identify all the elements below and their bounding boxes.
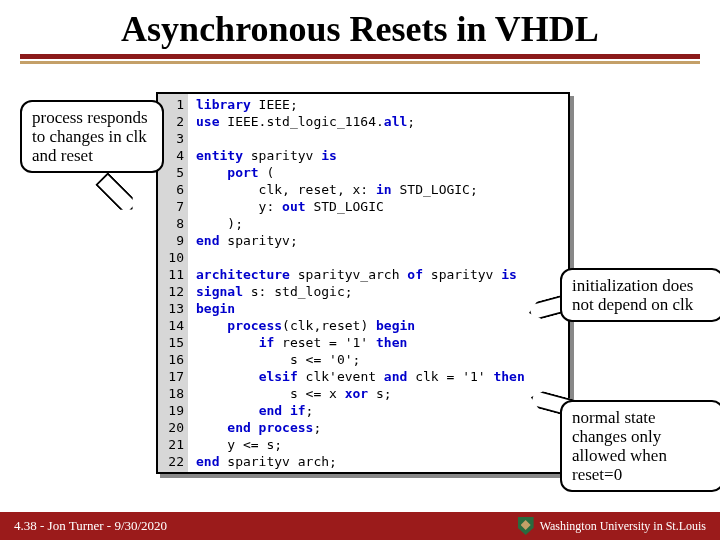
footer-right: Washington University in St.Louis: [518, 517, 706, 535]
divider-light: [20, 61, 700, 64]
footer-left: 4.38 - Jon Turner - 9/30/2020: [14, 518, 167, 534]
callout-init: initialization does not depend on clk: [560, 268, 720, 322]
page-title: Asynchronous Resets in VHDL: [20, 8, 700, 54]
code-listing: 1 2 3 4 5 6 7 8 9 10 11 12 13 14 15 16 1…: [156, 92, 570, 474]
footer: 4.38 - Jon Turner - 9/30/2020 Washington…: [0, 512, 720, 540]
shield-icon: [518, 517, 534, 535]
callout-pointer: [95, 172, 139, 216]
university-name: Washington University in St.Louis: [540, 519, 706, 534]
callout-process: process responds to changes in clk and r…: [20, 100, 164, 173]
divider-dark: [20, 54, 700, 59]
callout-normal: normal state changes only allowed when r…: [560, 400, 720, 492]
code-source: library IEEE; use IEEE.std_logic_1164.al…: [188, 94, 568, 472]
